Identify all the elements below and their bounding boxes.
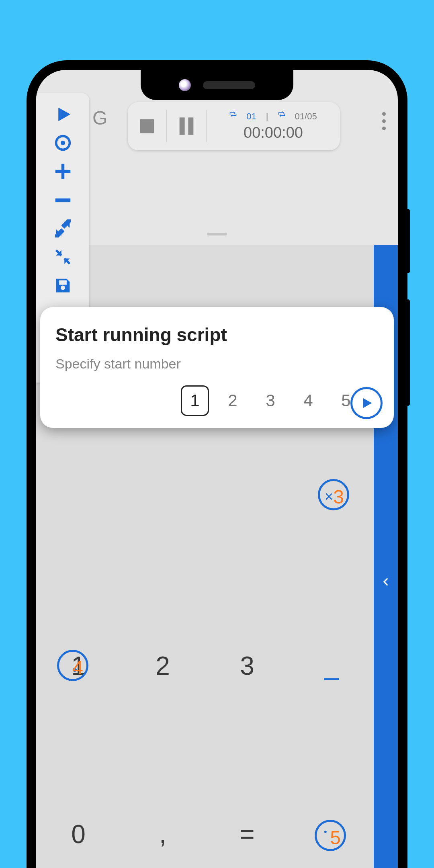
calc-key-empty — [205, 413, 289, 581]
dialog-title: Start running script — [55, 324, 379, 346]
divider — [166, 110, 167, 142]
phone-side-button-2 — [406, 299, 410, 406]
expand-icon[interactable] — [54, 219, 72, 237]
camera-icon — [179, 79, 191, 91]
drag-handle-icon[interactable] — [207, 233, 227, 235]
speaker-grill-icon — [203, 81, 255, 89]
start-option-1[interactable]: 1 — [181, 385, 209, 416]
plus-icon[interactable] — [54, 162, 72, 180]
svg-rect-5 — [55, 199, 70, 202]
play-icon[interactable] — [54, 105, 72, 123]
start-script-dialog: Start running script Specify start numbe… — [40, 307, 394, 428]
calc-key-2[interactable]: 2 — [121, 582, 205, 750]
start-option-4[interactable]: 4 — [294, 385, 322, 416]
svg-rect-2 — [188, 117, 193, 135]
minus-icon[interactable] — [54, 191, 72, 209]
save-icon[interactable] — [54, 276, 72, 295]
phone-notch — [141, 70, 293, 100]
calc-key-1[interactable]: 1 4 — [36, 582, 121, 750]
stop-button[interactable] — [137, 116, 158, 137]
phone-frame: G 01 | 01/05 00:00:00 — [27, 60, 407, 868]
calc-key-empty — [121, 413, 205, 581]
loop-current: 01 — [246, 111, 256, 122]
divider — [206, 110, 207, 142]
svg-rect-0 — [140, 119, 154, 133]
phone-screen: G 01 | 01/05 00:00:00 — [36, 70, 398, 868]
svg-point-4 — [60, 141, 65, 145]
run-button[interactable] — [350, 387, 383, 419]
calc-key-multiply[interactable]: × 3 — [289, 413, 374, 581]
dialog-subtitle: Specify start number — [55, 356, 379, 372]
calc-key-3[interactable]: 3 — [205, 582, 289, 750]
step-marker-4: 4 — [57, 650, 88, 681]
overflow-menu-icon[interactable] — [382, 112, 386, 130]
start-option-3[interactable]: 3 — [256, 385, 285, 416]
phone-side-button-1 — [406, 209, 410, 273]
calc-key-comma[interactable]: , — [121, 750, 205, 868]
start-option-2[interactable]: 2 — [219, 385, 247, 416]
loop-icon — [278, 111, 285, 117]
svg-rect-1 — [180, 117, 185, 135]
calc-key-0[interactable]: 0 — [36, 750, 121, 868]
step-marker-5: • 5 — [315, 820, 346, 851]
collapse-icon[interactable] — [54, 248, 72, 266]
app-label: G — [92, 107, 107, 129]
target-icon[interactable] — [54, 134, 72, 152]
calc-key-subtract[interactable]: _ — [289, 582, 374, 750]
timer-value: 00:00:00 — [215, 124, 331, 141]
pause-button[interactable] — [176, 116, 197, 137]
loop-icon — [229, 111, 237, 117]
step-marker-3: × 3 — [318, 479, 349, 510]
calc-key-empty — [36, 413, 121, 581]
calc-key-plus[interactable]: • 5 — [289, 750, 374, 868]
loop-separator: | — [266, 111, 268, 122]
start-number-options: 1 2 3 4 5 — [55, 385, 360, 416]
play-icon — [360, 397, 373, 409]
timer-block: 01 | 01/05 00:00:00 — [215, 111, 331, 141]
calc-key-equals[interactable]: = — [205, 750, 289, 868]
playback-control-bar: 01 | 01/05 00:00:00 — [128, 102, 340, 150]
chevron-left-icon — [381, 577, 391, 587]
loop-total: 01/05 — [295, 111, 317, 122]
